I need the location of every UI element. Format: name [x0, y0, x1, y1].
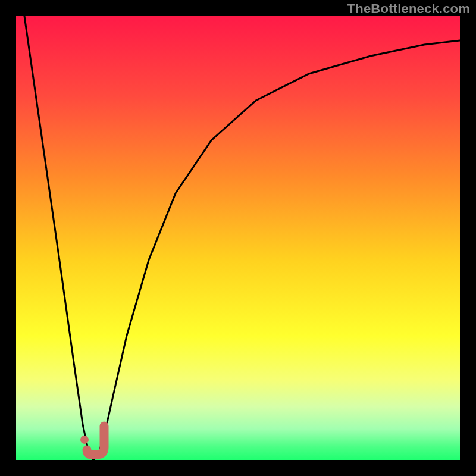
chart-frame: TheBottleneck.com — [0, 0, 476, 476]
plot-area — [16, 16, 460, 460]
chart-svg — [0, 0, 476, 476]
watermark-text: TheBottleneck.com — [347, 1, 470, 17]
dot-marker — [80, 436, 89, 444]
